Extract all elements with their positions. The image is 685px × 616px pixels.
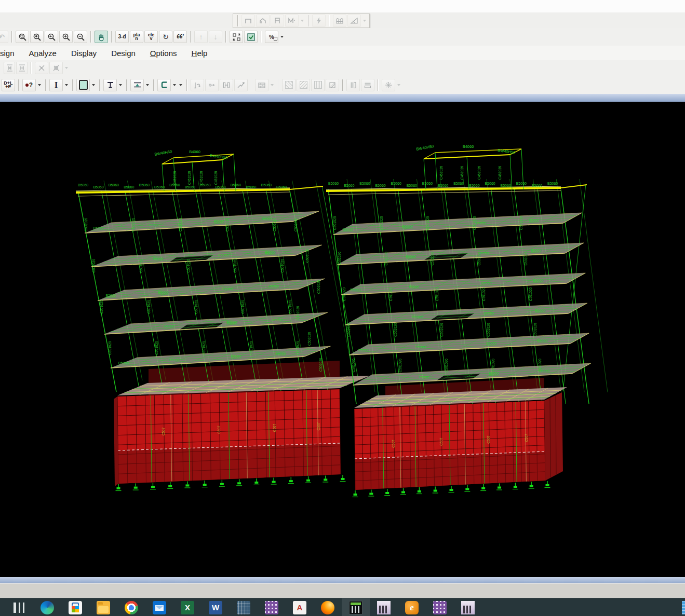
steel-frame-design-button[interactable]: I	[49, 79, 63, 91]
explorer-taskbar-slot[interactable]	[89, 598, 117, 616]
display-design-info-button[interactable]: ?	[22, 79, 36, 91]
view-3d-icon: 3-d	[118, 34, 126, 39]
design-info-dropdown[interactable]	[38, 84, 41, 86]
composite-column-design-button[interactable]	[130, 79, 144, 91]
multistory-frame-button[interactable]	[271, 15, 284, 27]
undo-button[interactable]: ↶	[0, 31, 8, 43]
word-taskbar-slot[interactable]: W	[202, 598, 230, 616]
waffle-slab-button[interactable]	[333, 15, 346, 27]
portal-frame-button[interactable]	[241, 15, 255, 27]
story-data-a-button[interactable]	[4, 62, 15, 74]
structural-app-taskbar-slot[interactable]	[370, 598, 398, 616]
svg-text:C501020: C501020	[317, 280, 320, 294]
composite-beam-design-dropdown[interactable]	[119, 84, 122, 86]
design-combo-button[interactable]: D+L+E	[2, 79, 15, 91]
more-design-dropdown[interactable]	[179, 84, 182, 86]
menu-item-help[interactable]: Help	[184, 47, 215, 60]
svg-text:B5060: B5060	[261, 183, 272, 187]
svg-text:B5060: B5060	[153, 257, 163, 261]
structural-app-2-icon	[461, 601, 475, 614]
beam-column-button[interactable]	[220, 79, 233, 91]
menu-item-design[interactable]: Design	[104, 47, 143, 60]
firefox-taskbar-slot[interactable]	[314, 598, 342, 616]
rotate-view-button[interactable]: ↻	[159, 31, 172, 43]
menu-item-analyze[interactable]: Analyze	[22, 47, 64, 60]
view-elevation-button[interactable]: elev	[144, 31, 158, 43]
etabs-taskbar-slot[interactable]	[342, 598, 370, 616]
structural-app-icon	[377, 601, 391, 614]
display-options-button[interactable]	[244, 31, 258, 43]
menu-item-display[interactable]: Display	[64, 47, 104, 60]
shrink-objects-button[interactable]	[230, 31, 243, 43]
frame-analysis-toolbar	[233, 13, 370, 28]
wall-stack-dropdown[interactable]	[271, 84, 274, 86]
etabs-e-taskbar-slot[interactable]: e	[398, 598, 426, 616]
move-down-button[interactable]: ↓	[209, 31, 222, 43]
svg-text:B5060: B5060	[222, 287, 233, 291]
task-view-taskbar-slot[interactable]	[5, 598, 33, 616]
menu-item-options[interactable]: Options	[143, 47, 184, 60]
shear-wall-d-button[interactable]	[326, 79, 339, 91]
detailing-button[interactable]	[382, 79, 395, 91]
zoom-in-button[interactable]	[59, 31, 73, 43]
store-taskbar-slot[interactable]	[61, 598, 89, 616]
shear-wall-c-button[interactable]	[311, 79, 325, 91]
detailing-dropdown[interactable]	[397, 84, 400, 86]
zoom-window-button[interactable]	[16, 31, 29, 43]
braced-frame-button[interactable]	[285, 15, 299, 27]
beam-arrow-button[interactable]	[191, 79, 204, 91]
concrete-frame-design-button[interactable]	[76, 79, 90, 91]
zoom-full-button[interactable]	[30, 31, 44, 43]
wall-stack-button[interactable]	[255, 79, 268, 91]
structural-app-2-taskbar-slot[interactable]	[454, 598, 482, 616]
move-up-button[interactable]: ↑	[194, 31, 208, 43]
shear-wall-a-button[interactable]	[282, 79, 296, 91]
section-cut-b-button[interactable]	[49, 62, 63, 74]
calculator-taskbar-slot[interactable]	[230, 598, 258, 616]
chrome-taskbar-slot[interactable]	[117, 598, 145, 616]
steel-joist-design-button[interactable]	[157, 79, 171, 91]
zoom-previous-button[interactable]	[45, 31, 58, 43]
view-plan-button[interactable]: plan	[130, 31, 143, 43]
zoom-out-button[interactable]	[74, 31, 87, 43]
steel-frame-design-dropdown[interactable]	[65, 84, 68, 86]
autocad-taskbar-slot[interactable]: A	[286, 598, 314, 616]
slab-strips-icon	[364, 81, 372, 89]
composite-beam-design-button[interactable]	[103, 79, 117, 91]
object-shrink-toggle-button[interactable]: %	[265, 31, 278, 43]
svg-text:B5060: B5060	[272, 318, 283, 322]
gable-frame-button[interactable]	[256, 15, 270, 27]
svg-text:C501020: C501020	[473, 216, 476, 230]
svg-text:C501020: C501020	[529, 287, 532, 301]
concrete-frame-design-dropdown[interactable]	[92, 84, 95, 86]
story-data-b-button[interactable]	[16, 62, 28, 74]
composite-column-design-dropdown[interactable]	[146, 84, 149, 86]
edge-partial-icon[interactable]	[682, 601, 685, 614]
column-pair-button[interactable]	[346, 79, 360, 91]
excel-taskbar-slot[interactable]: X	[173, 598, 202, 616]
perspective-button[interactable]: 66'	[173, 31, 187, 43]
slab-strips-button[interactable]	[361, 79, 374, 91]
steel-joist-design-dropdown[interactable]	[173, 84, 176, 86]
svg-text:C501020: C501020	[333, 216, 337, 230]
mail-taskbar-slot[interactable]	[145, 598, 173, 616]
menu-item-assign[interactable]: sign	[0, 47, 22, 60]
frame-templates-dropdown[interactable]	[301, 20, 304, 22]
lateral-bracing-button[interactable]	[234, 79, 248, 91]
section-cut-a-button[interactable]	[35, 62, 48, 74]
svg-text:B5060: B5060	[139, 183, 150, 187]
view-3d-button[interactable]: 3-d	[115, 31, 129, 43]
edge-taskbar-slot[interactable]	[33, 598, 61, 616]
run-analysis-button[interactable]	[312, 15, 326, 27]
hinge-button[interactable]	[205, 79, 219, 91]
object-shrink-dropdown[interactable]	[280, 36, 284, 38]
section-cut-dropdown[interactable]	[65, 67, 68, 69]
shear-wall-b-button[interactable]	[297, 79, 310, 91]
pan-button[interactable]	[95, 31, 108, 43]
grid-app-2-taskbar-slot[interactable]	[426, 598, 454, 616]
section-cut-icon	[37, 64, 46, 72]
slab-templates-dropdown[interactable]	[363, 20, 366, 22]
grid-app-taskbar-slot[interactable]	[258, 598, 286, 616]
model-viewport-3d[interactable]: B5060B5060B5060B5060B5060B5060B5060B5060…	[0, 102, 685, 577]
ramp-button[interactable]	[347, 15, 361, 27]
